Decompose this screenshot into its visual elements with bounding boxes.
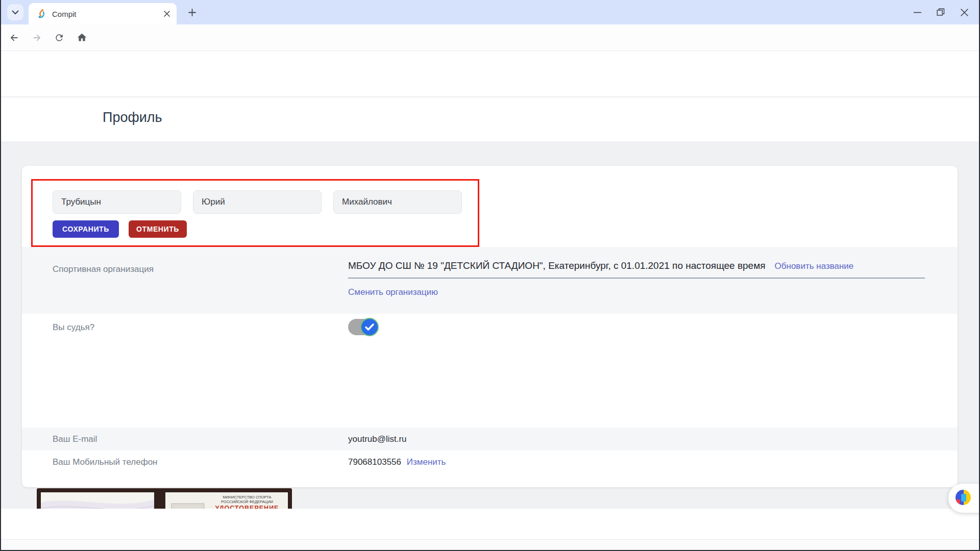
judge-label: Вы судья? bbox=[53, 322, 94, 333]
compit-favicon-icon bbox=[37, 9, 47, 19]
tab-search-button[interactable] bbox=[7, 4, 23, 20]
chevron-down-icon bbox=[12, 8, 19, 17]
forward-icon[interactable] bbox=[28, 29, 46, 47]
footer-lower-band bbox=[0, 540, 980, 551]
phone-edit-link[interactable]: Изменить bbox=[407, 457, 446, 467]
new-tab-button[interactable] bbox=[185, 5, 199, 19]
tab-title: Compit bbox=[52, 10, 162, 18]
home-icon[interactable] bbox=[72, 29, 91, 47]
page-title-band: Профиль bbox=[0, 97, 980, 141]
reload-icon[interactable] bbox=[50, 29, 68, 47]
judge-toggle[interactable] bbox=[348, 319, 377, 335]
browser-tab[interactable]: Compit bbox=[29, 3, 177, 24]
phone-label: Ваш Мобильный телефон bbox=[53, 457, 158, 467]
footer-band bbox=[0, 509, 980, 540]
page-title: Профиль bbox=[103, 110, 162, 126]
cert-ministry-2: РОССИЙСКОЙ ФЕДЕРАЦИИ bbox=[221, 499, 273, 504]
update-name-link[interactable]: Обновить название bbox=[775, 261, 854, 271]
organization-name: МБОУ ДО СШ № 19 "ДЕТСКИЙ СТАДИОН", Екате… bbox=[348, 260, 766, 271]
phone-value: 79068103556 bbox=[348, 457, 401, 467]
email-value: youtrub@list.ru bbox=[348, 434, 407, 444]
phone-row: Ваш Мобильный телефон 79068103556 Измени… bbox=[22, 450, 958, 473]
window-controls bbox=[905, 0, 976, 24]
save-button[interactable]: СОХРАНИТЬ bbox=[53, 220, 119, 238]
first-name-input[interactable] bbox=[193, 190, 322, 214]
toggle-check-icon bbox=[360, 318, 379, 336]
cert-ministry-1: МИНИСТЕРСТВО СПОРТА bbox=[223, 495, 271, 499]
tab-strip: Compit bbox=[0, 0, 980, 24]
change-organization-link[interactable]: Сменить организацию bbox=[348, 287, 438, 297]
chat-widget-icon bbox=[955, 489, 971, 508]
middle-name-input[interactable] bbox=[333, 190, 462, 214]
judge-row: Вы судья? bbox=[22, 314, 958, 428]
email-label: Ваш E-mail bbox=[53, 434, 97, 444]
restore-button[interactable] bbox=[929, 0, 952, 24]
tab-close-icon[interactable] bbox=[162, 9, 172, 18]
phone-value-block: 79068103556 Изменить bbox=[348, 457, 446, 467]
minimize-button[interactable] bbox=[905, 0, 929, 24]
organization-value-block: МБОУ ДО СШ № 19 "ДЕТСКИЙ СТАДИОН", Екате… bbox=[348, 260, 925, 297]
organization-underlined-field: МБОУ ДО СШ № 19 "ДЕТСКИЙ СТАДИОН", Екате… bbox=[348, 260, 925, 279]
cancel-button[interactable]: ОТМЕНИТЬ bbox=[129, 220, 187, 238]
organization-label: Спортивная организация bbox=[53, 264, 154, 274]
organization-row: Спортивная организация МБОУ ДО СШ № 19 "… bbox=[22, 247, 958, 314]
browser-window: Compit bbox=[0, 0, 980, 551]
last-name-input[interactable] bbox=[53, 190, 181, 214]
close-window-button[interactable] bbox=[952, 0, 976, 24]
chat-widget-button[interactable] bbox=[948, 484, 980, 513]
email-row: Ваш E-mail youtrub@list.ru bbox=[22, 428, 958, 450]
back-icon[interactable] bbox=[5, 29, 23, 47]
window-frame-left bbox=[0, 0, 1, 551]
profile-card: СОХРАНИТЬ ОТМЕНИТЬ Спортивная организаци… bbox=[22, 166, 958, 487]
site-header: COMPIT Автоматизация соревнований Главна… bbox=[0, 51, 980, 97]
browser-toolbar: compit.tech/representer/profile G bbox=[0, 24, 980, 51]
